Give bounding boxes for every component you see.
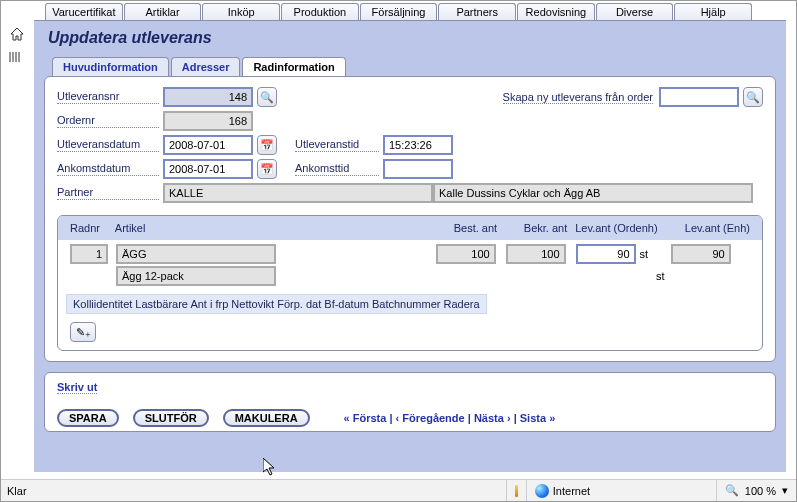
label-ankomstdatum: Ankomstdatum bbox=[57, 162, 159, 176]
cell-radnr bbox=[70, 244, 108, 264]
tab-huvudinformation[interactable]: Huvudinformation bbox=[52, 57, 169, 76]
nav-nasta[interactable]: Nästa › bbox=[474, 412, 511, 424]
tab-adresser[interactable]: Adresser bbox=[171, 57, 241, 76]
col-artikel: Artikel bbox=[111, 220, 431, 236]
tab-varucertifikat[interactable]: Varucertifikat bbox=[45, 3, 123, 20]
cell-levant-enh bbox=[671, 244, 731, 264]
tab-artiklar[interactable]: Artiklar bbox=[124, 3, 202, 20]
pagination: « Första | ‹ Föregående | Nästa › | Sist… bbox=[344, 412, 556, 424]
globe-icon bbox=[535, 484, 549, 498]
input-ankomstdatum[interactable] bbox=[163, 159, 253, 179]
label-utleveransdatum: Utleveransdatum bbox=[57, 138, 159, 152]
col-levant-enh: Lev.ant (Enh) bbox=[666, 220, 754, 236]
search-icon[interactable]: 🔍 bbox=[257, 87, 277, 107]
nav-foregaende[interactable]: ‹ Föregående bbox=[396, 412, 465, 424]
cell-artikel bbox=[116, 244, 276, 264]
tab-hjalp[interactable]: Hjälp bbox=[674, 3, 752, 20]
cell-bestant bbox=[436, 244, 496, 264]
security-icon bbox=[515, 485, 518, 497]
add-row-icon[interactable]: ✎₊ bbox=[70, 322, 96, 342]
zone-label: Internet bbox=[553, 485, 590, 497]
col-levant-ordenh: Lev.ant (Ordenh) bbox=[571, 220, 666, 236]
label-ankomsttid: Ankomsttid bbox=[295, 162, 379, 176]
col-bestant: Best. ant bbox=[431, 220, 501, 236]
nav-sista[interactable]: Sista » bbox=[520, 412, 555, 424]
tab-diverse[interactable]: Diverse bbox=[596, 3, 674, 20]
link-skrivut[interactable]: Skriv ut bbox=[57, 381, 97, 394]
input-skapa-order[interactable] bbox=[659, 87, 739, 107]
input-partner-name bbox=[433, 183, 753, 203]
col-bekrant: Bekr. ant bbox=[501, 220, 571, 236]
cell-levant[interactable] bbox=[576, 244, 636, 264]
calendar-icon[interactable]: 📅 bbox=[257, 135, 277, 155]
col-radnr: Radnr bbox=[66, 220, 111, 236]
tab-forsaljning[interactable]: Försäljning bbox=[360, 3, 438, 20]
input-ankomsttid[interactable] bbox=[383, 159, 453, 179]
menu-icon[interactable] bbox=[9, 51, 27, 65]
status-text: Klar bbox=[1, 485, 506, 497]
page-title: Uppdatera utleverans bbox=[48, 29, 776, 47]
nav-forsta[interactable]: « Första bbox=[344, 412, 387, 424]
status-bar: Klar Internet 🔍 100 % ▾ bbox=[1, 479, 796, 501]
search-icon[interactable]: 🔍 bbox=[743, 87, 763, 107]
cell-artikel-desc bbox=[116, 266, 276, 286]
zoom-dropdown-icon[interactable]: ▾ bbox=[782, 484, 788, 497]
expand-tags[interactable]: Kolliidentitet Lastbärare Ant i frp Nett… bbox=[66, 294, 487, 314]
unit-st: st bbox=[656, 270, 665, 282]
table-row: st bbox=[58, 240, 762, 264]
label-utleveransnr: Utleveransnr bbox=[57, 90, 159, 104]
input-utleveranstid[interactable] bbox=[383, 135, 453, 155]
top-nav: Varucertifikat Artiklar Inköp Produktion… bbox=[1, 1, 796, 20]
input-utleveransdatum[interactable] bbox=[163, 135, 253, 155]
calendar-icon[interactable]: 📅 bbox=[257, 159, 277, 179]
slutfor-button[interactable]: SLUTFÖR bbox=[133, 409, 209, 427]
input-utleveransnr[interactable] bbox=[163, 87, 253, 107]
tab-partners[interactable]: Partners bbox=[438, 3, 516, 20]
cell-bekrant bbox=[506, 244, 566, 264]
zoom-level: 100 % bbox=[745, 485, 776, 497]
label-utleveranstid: Utleveranstid bbox=[295, 138, 379, 152]
tab-produktion[interactable]: Produktion bbox=[281, 3, 359, 20]
home-icon[interactable] bbox=[9, 26, 27, 44]
input-partner-code bbox=[163, 183, 433, 203]
zoom-icon[interactable]: 🔍 bbox=[725, 484, 739, 497]
label-skapa: Skapa ny utleverans från order bbox=[503, 91, 653, 104]
tab-radinformation[interactable]: Radinformation bbox=[242, 57, 345, 76]
tab-inkop[interactable]: Inköp bbox=[202, 3, 280, 20]
spara-button[interactable]: SPARA bbox=[57, 409, 119, 427]
label-ordernr: Ordernr bbox=[57, 114, 159, 128]
input-ordernr bbox=[163, 111, 253, 131]
label-partner: Partner bbox=[57, 186, 159, 200]
tab-redovisning[interactable]: Redovisning bbox=[517, 3, 595, 20]
makulera-button[interactable]: MAKULERA bbox=[223, 409, 310, 427]
unit-st: st bbox=[640, 248, 649, 260]
